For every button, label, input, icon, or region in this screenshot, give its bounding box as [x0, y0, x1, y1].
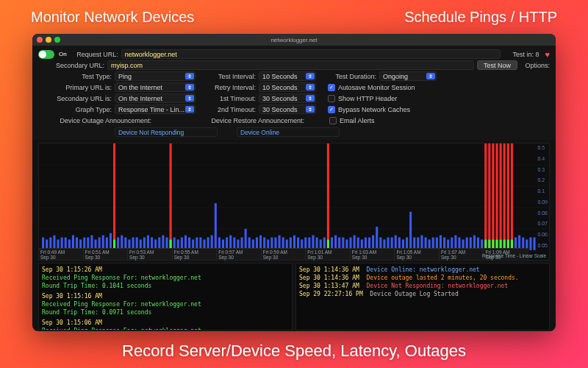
first-timeout-label: 1st Timeout:	[198, 95, 256, 102]
request-url-input[interactable]: networklogger.net	[121, 49, 501, 59]
svg-rect-39	[170, 144, 172, 250]
secondary-url-is-label: Secondary URL is:	[38, 95, 112, 102]
secondary-url-input[interactable]: myisp.com	[107, 60, 474, 70]
chevron-down-icon	[306, 84, 315, 91]
options-label: Options:	[520, 62, 550, 69]
titlebar: networklogger.net	[32, 34, 556, 46]
checkbox-icon	[328, 95, 335, 102]
chevron-down-icon	[185, 106, 194, 113]
email-alerts-checkbox[interactable]: Email Alerts	[329, 117, 375, 124]
chevron-down-icon	[306, 73, 315, 79]
retry-interval-select[interactable]: 10 Seconds	[259, 82, 316, 92]
banner-left: Monitor Network Devices	[31, 9, 194, 26]
svg-rect-129	[492, 144, 494, 250]
test-now-button[interactable]: Test Now	[477, 60, 517, 70]
show-http-header-checkbox[interactable]: Show HTTP Header	[328, 95, 397, 102]
graph-type-select[interactable]: Response Time - Lin...	[115, 105, 196, 114]
restore-announce-label: Device Restore Announcement:	[188, 117, 304, 124]
svg-rect-105	[409, 212, 412, 250]
banner-right: Schedule Pings / HTTP	[404, 9, 557, 26]
chevron-down-icon	[185, 84, 194, 91]
svg-rect-82	[327, 144, 329, 250]
test-type-label: Test Type:	[38, 73, 112, 80]
app-window: networklogger.net On Request URL: networ…	[32, 34, 556, 331]
svg-rect-96	[376, 227, 378, 250]
test-interval-select[interactable]: 10 Seconds	[259, 71, 316, 81]
primary-url-is-select[interactable]: On the Internet	[115, 82, 196, 92]
secondary-url-is-select[interactable]: On the Internet	[115, 93, 196, 103]
on-toggle[interactable]	[38, 50, 54, 59]
checkbox-icon	[329, 117, 337, 124]
svg-rect-125	[484, 144, 487, 250]
svg-rect-145	[529, 238, 531, 250]
svg-rect-23	[113, 144, 115, 250]
bypass-caches-checkbox[interactable]: Bypass Network Caches	[328, 106, 410, 113]
on-toggle-label: On	[59, 51, 67, 57]
chevron-down-icon	[185, 73, 194, 79]
outage-log-pane[interactable]: Sep 30 1:14:36 AM Device Online: network…	[295, 263, 550, 330]
outage-announce-field[interactable]: Device Not Responding	[115, 127, 218, 137]
chart-scale-label: Response Time - Linear Scale	[482, 253, 546, 258]
svg-rect-127	[488, 144, 490, 250]
svg-rect-137	[507, 144, 509, 250]
outage-announce-label: Device Outage Announcement:	[38, 117, 151, 124]
graph-type-label: Graph Type:	[38, 106, 112, 113]
response-time-chart[interactable]: 0.50.40.30.20.10.090.080.070.060.05 Fri …	[38, 143, 550, 261]
ping-log-pane[interactable]: Sep 30 1:15:26 AMReceived Ping Response …	[38, 263, 293, 330]
window-title: networklogger.net	[32, 37, 556, 43]
check-icon	[328, 84, 335, 91]
svg-rect-139	[511, 144, 513, 250]
chevron-down-icon	[426, 73, 435, 79]
secondary-url-label: Secondary URL:	[38, 62, 104, 69]
restore-announce-field[interactable]: Device Online	[237, 127, 340, 137]
svg-rect-131	[495, 144, 498, 250]
primary-url-is-label: Primary URL is:	[38, 84, 112, 91]
first-timeout-select[interactable]: 30 Seconds	[259, 93, 316, 103]
banner-bottom: Record Server/Device Speed, Latency, Out…	[0, 342, 588, 361]
svg-rect-135	[503, 144, 506, 250]
svg-rect-52	[215, 203, 217, 250]
request-url-label: Request URL:	[73, 51, 118, 58]
favorite-icon[interactable]: ♥	[545, 50, 550, 59]
test-in-label: Test in: 8	[503, 51, 539, 58]
svg-rect-133	[500, 144, 502, 250]
svg-rect-60	[245, 229, 247, 250]
test-duration-label: Test Duration:	[319, 73, 376, 80]
test-duration-select[interactable]: Ongoing	[379, 71, 437, 81]
test-interval-label: Test Interval:	[198, 73, 256, 80]
retry-interval-label: Retry Interval:	[198, 84, 256, 91]
chevron-down-icon	[306, 106, 315, 113]
test-type-select[interactable]: Ping	[115, 71, 196, 81]
chevron-down-icon	[185, 95, 194, 102]
svg-rect-146	[534, 238, 536, 250]
autosave-checkbox[interactable]: Autosave Monitor Session	[328, 84, 415, 91]
check-icon	[328, 106, 335, 113]
chevron-down-icon	[306, 95, 315, 102]
second-timeout-select[interactable]: 30 Seconds	[259, 105, 316, 114]
second-timeout-label: 2nd Timeout:	[198, 106, 256, 113]
